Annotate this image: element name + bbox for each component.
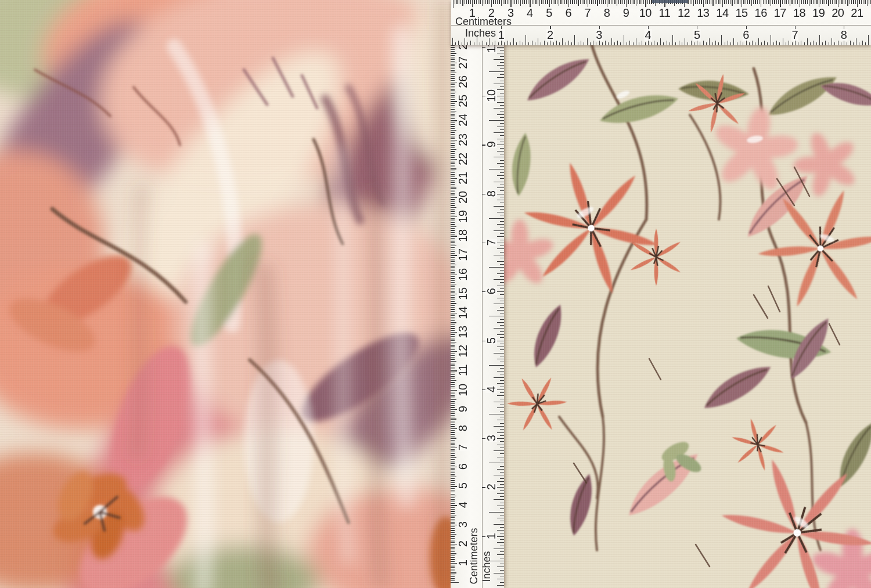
inch-tick bbox=[500, 203, 504, 203]
inch-tick bbox=[801, 41, 801, 46]
inch-tick bbox=[500, 405, 504, 405]
horizontal-ruler-inch-label: Inches bbox=[465, 28, 496, 38]
inch-tick bbox=[500, 313, 504, 313]
cm-number: 22 bbox=[457, 152, 469, 165]
inch-tick bbox=[500, 362, 504, 362]
inch-tick bbox=[706, 42, 707, 45]
inch-tick bbox=[715, 41, 716, 46]
inch-tick bbox=[497, 273, 504, 274]
inch-tick bbox=[498, 42, 499, 45]
inch-tick bbox=[829, 42, 829, 45]
inch-tick bbox=[532, 41, 532, 46]
inch-tick bbox=[500, 392, 504, 393]
inch-number: 1 bbox=[498, 29, 505, 41]
inch-tick bbox=[500, 496, 504, 497]
inch-tick bbox=[566, 42, 566, 45]
inch-tick bbox=[500, 325, 504, 326]
inch-tick bbox=[489, 267, 504, 268]
inch-tick bbox=[497, 291, 504, 292]
inch-tick bbox=[500, 228, 504, 228]
inch-tick bbox=[733, 38, 734, 45]
inch-tick bbox=[593, 41, 593, 46]
inch-tick bbox=[497, 395, 504, 396]
flat-fabric-art bbox=[504, 45, 871, 588]
inch-tick bbox=[500, 441, 504, 442]
vertical-ruler-inch-label: Inches bbox=[481, 551, 492, 582]
inch-tick bbox=[494, 84, 504, 84]
inch-tick bbox=[764, 41, 765, 46]
inch-tick bbox=[458, 41, 459, 46]
inch-tick bbox=[497, 139, 504, 139]
inch-tick bbox=[568, 41, 569, 46]
inch-tick bbox=[500, 221, 504, 222]
cm-number: 16 bbox=[754, 7, 768, 19]
inch-tick bbox=[504, 42, 505, 45]
inch-tick bbox=[497, 310, 504, 311]
draped-fabric-photo bbox=[0, 0, 451, 588]
inch-tick bbox=[642, 41, 642, 46]
inch-tick bbox=[489, 316, 504, 316]
cm-number: 12 bbox=[677, 7, 690, 19]
inch-tick bbox=[497, 243, 504, 243]
inch-tick bbox=[500, 448, 504, 448]
inch-tick bbox=[500, 356, 504, 356]
inch-tick bbox=[500, 172, 504, 173]
inch-tick bbox=[500, 349, 504, 350]
inch-tick bbox=[500, 62, 504, 63]
inch-tick bbox=[497, 420, 504, 420]
inch-tick bbox=[500, 380, 504, 381]
cm-number: 14 bbox=[715, 7, 729, 19]
inch-tick bbox=[627, 42, 627, 45]
inch-tick bbox=[497, 322, 504, 323]
inch-tick bbox=[500, 582, 504, 583]
inch-tick bbox=[497, 77, 504, 78]
cm-number: 21 bbox=[850, 7, 863, 19]
inch-tick bbox=[497, 194, 504, 194]
inch-tick bbox=[497, 145, 504, 145]
inch-tick bbox=[500, 276, 504, 277]
inch-tick bbox=[617, 41, 618, 46]
inch-tick bbox=[494, 59, 504, 60]
inch-tick bbox=[500, 190, 504, 191]
inch-tick bbox=[500, 264, 504, 265]
inch-tick bbox=[500, 117, 504, 118]
inch-tick bbox=[497, 506, 504, 506]
inch-tick bbox=[497, 151, 504, 151]
inch-tick bbox=[783, 38, 783, 45]
inch-tick bbox=[494, 230, 504, 231]
cm-number: 17 bbox=[457, 248, 469, 262]
inch-tick bbox=[497, 286, 504, 286]
inch-tick bbox=[489, 414, 504, 414]
inch-tick bbox=[483, 41, 483, 46]
inch-tick bbox=[494, 279, 504, 280]
inch-tick bbox=[500, 319, 504, 320]
inch-tick bbox=[500, 160, 504, 161]
cm-number: 19 bbox=[457, 210, 469, 223]
inch-tick bbox=[497, 383, 504, 384]
inch-tick bbox=[743, 42, 743, 45]
inch-tick bbox=[500, 50, 504, 50]
inch-tick bbox=[500, 368, 504, 369]
cm-number: 9 bbox=[622, 7, 630, 19]
inch-tick bbox=[470, 41, 471, 46]
inch-tick bbox=[494, 499, 504, 500]
inch-number: 2 bbox=[546, 29, 554, 41]
inch-tick bbox=[497, 518, 504, 518]
inch-tick bbox=[500, 423, 504, 424]
inch-tick bbox=[500, 527, 504, 528]
inch-tick bbox=[500, 337, 504, 338]
inch-tick bbox=[553, 42, 554, 45]
inch-tick bbox=[832, 38, 832, 45]
inch-tick bbox=[761, 42, 762, 45]
inch-tick bbox=[455, 42, 456, 45]
inch-tick bbox=[825, 41, 826, 46]
inch-tick bbox=[497, 445, 504, 445]
inch-tick bbox=[500, 294, 504, 295]
flat-fabric-photo bbox=[504, 45, 871, 588]
inch-tick bbox=[587, 38, 588, 45]
inch-tick bbox=[500, 546, 504, 546]
inch-number: 4 bbox=[485, 385, 497, 393]
inch-tick bbox=[494, 353, 504, 353]
inch-tick bbox=[497, 469, 504, 470]
inch-tick bbox=[639, 42, 639, 45]
